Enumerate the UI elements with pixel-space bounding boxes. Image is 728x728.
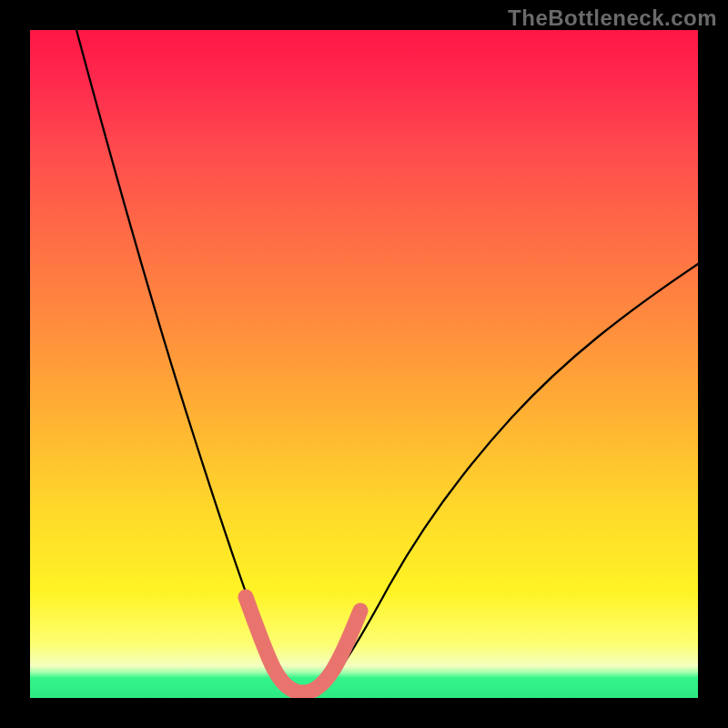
curve-layer (30, 30, 698, 698)
main-curve (76, 30, 698, 694)
chart-frame: TheBottleneck.com (0, 0, 728, 728)
highlight-segment (246, 597, 360, 693)
plot-area (30, 30, 698, 698)
watermark-text: TheBottleneck.com (508, 5, 717, 31)
